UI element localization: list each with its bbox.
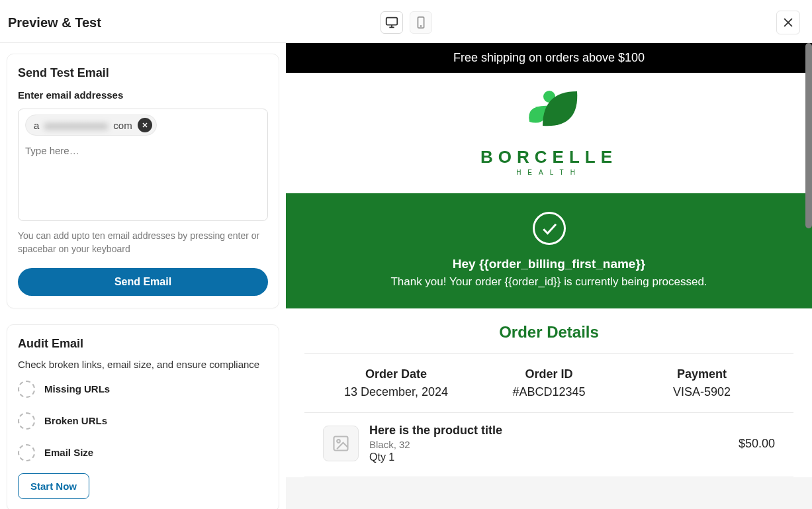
order-hero: Hey {{order_billing_first_name}} Thank y… <box>286 193 812 308</box>
send-email-button[interactable]: Send Email <box>18 268 268 296</box>
send-test-email-card: Send Test Email Enter email addresses ax… <box>7 54 279 308</box>
email-type-input[interactable] <box>25 145 261 156</box>
order-id-label: Order ID <box>476 367 622 381</box>
order-date-col: Order Date 13 December, 2024 <box>323 367 469 399</box>
audit-item-label: Missing URLs <box>44 383 110 394</box>
order-date-label: Order Date <box>323 367 469 381</box>
audit-list: Missing URLs Broken URLs Email Size <box>18 381 268 461</box>
payment-label: Payment <box>629 367 775 381</box>
svg-rect-0 <box>386 18 397 25</box>
pending-icon <box>18 412 35 430</box>
email-input-box[interactable]: axxxxxxxxxxxxcom <box>18 109 268 221</box>
close-icon <box>782 16 795 29</box>
hero-message: Thank you! Your order {{order_id}} is cu… <box>299 275 799 289</box>
brand-header: BORCELLE HEALTH <box>286 73 812 193</box>
audit-item-email-size: Email Size <box>18 444 268 461</box>
close-button[interactable] <box>776 11 800 34</box>
scrollbar[interactable] <box>805 43 812 228</box>
sidebar: Send Test Email Enter email addresses ax… <box>0 43 286 509</box>
product-info: Here is the product title Black, 32 Qty … <box>369 424 728 463</box>
email-field-label: Enter email addresses <box>18 89 268 101</box>
pending-icon <box>18 381 35 398</box>
brand-subname: HEALTH <box>480 169 617 176</box>
page-title: Preview & Test <box>8 15 101 30</box>
order-id-value: #ABCD12345 <box>476 385 622 399</box>
email-chip-blur: xxxxxxxxxxxx <box>44 120 108 131</box>
svg-point-11 <box>337 440 340 443</box>
pending-icon <box>18 444 35 461</box>
product-row: Here is the product title Black, 32 Qty … <box>304 413 793 477</box>
svg-point-4 <box>420 26 421 26</box>
mobile-view-button[interactable] <box>410 11 432 34</box>
product-price: $50.00 <box>739 437 775 451</box>
audit-title: Audit Email <box>18 337 268 351</box>
order-date-value: 13 December, 2024 <box>323 385 469 399</box>
leaf-icon <box>503 87 596 140</box>
payment-col: Payment VISA-5902 <box>629 367 775 399</box>
svg-rect-10 <box>334 437 348 451</box>
page: Preview & Test Send Test Email Ent <box>0 0 812 509</box>
email-body: Free shipping on orders above $100 BORCE… <box>286 43 812 477</box>
desktop-icon <box>384 15 399 30</box>
audit-item-missing-urls: Missing URLs <box>18 381 268 398</box>
success-check-icon <box>533 212 566 245</box>
email-preview-pane[interactable]: Free shipping on orders above $100 BORCE… <box>286 43 812 509</box>
product-variant: Black, 32 <box>369 439 728 450</box>
brand-name: BORCELLE <box>480 147 617 167</box>
start-now-button[interactable]: Start Now <box>18 473 89 499</box>
product-title: Here is the product title <box>369 424 728 438</box>
email-chip-suffix: com <box>113 120 132 131</box>
hero-greeting: Hey {{order_billing_first_name}} <box>299 257 799 271</box>
brand-logo: BORCELLE HEALTH <box>480 87 617 176</box>
email-hint: You can add upto ten email addresses by … <box>18 229 268 256</box>
product-qty: Qty 1 <box>369 451 728 463</box>
desktop-view-button[interactable] <box>381 11 403 34</box>
audit-email-card: Audit Email Check broken links, email si… <box>7 324 279 509</box>
order-details-heading: Order Details <box>286 308 812 353</box>
close-icon <box>141 121 149 129</box>
promo-banner: Free shipping on orders above $100 <box>286 43 812 73</box>
email-chip: axxxxxxxxxxxxcom <box>25 115 157 136</box>
email-chip-prefix: a <box>34 120 39 131</box>
order-id-col: Order ID #ABCD12345 <box>476 367 622 399</box>
order-details-grid: Order Date 13 December, 2024 Order ID #A… <box>304 353 793 413</box>
audit-item-label: Email Size <box>44 447 93 458</box>
mobile-icon <box>414 15 428 30</box>
chip-remove-button[interactable] <box>138 118 152 132</box>
device-toggle-group <box>379 11 433 34</box>
topbar: Preview & Test <box>0 0 812 43</box>
audit-item-broken-urls: Broken URLs <box>18 412 268 430</box>
product-image-placeholder <box>323 426 359 461</box>
content: Send Test Email Enter email addresses ax… <box>0 43 812 509</box>
send-test-title: Send Test Email <box>18 66 268 80</box>
image-icon <box>332 434 350 453</box>
payment-value: VISA-5902 <box>629 385 775 399</box>
audit-item-label: Broken URLs <box>44 415 107 426</box>
audit-subtitle: Check broken links, email size, and ensu… <box>18 357 268 371</box>
